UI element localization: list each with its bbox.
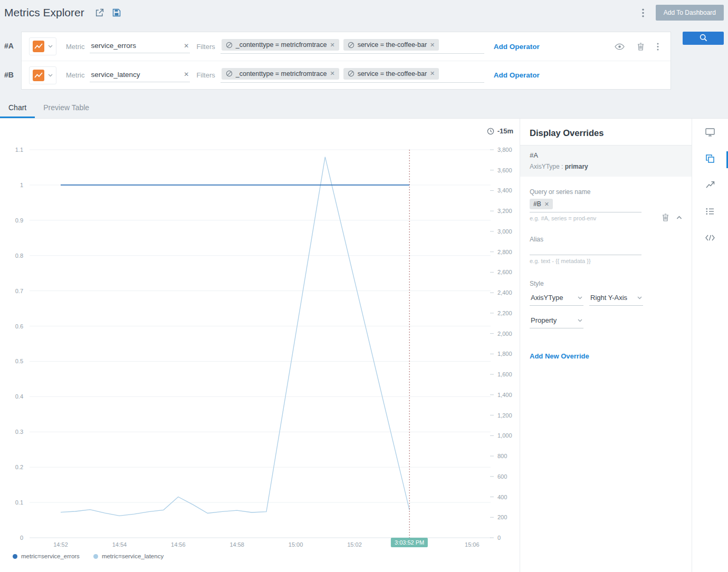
remove-filter-icon[interactable]: ✕ bbox=[330, 42, 334, 48]
override-query-field: Query or series name #B ✕ e.g. #A, serie… bbox=[530, 188, 682, 221]
right-axis-tick-label: 3,400 bbox=[497, 187, 512, 193]
add-to-dashboard-button[interactable]: Add To Dashboard bbox=[656, 5, 724, 21]
share-icon[interactable] bbox=[95, 8, 104, 17]
exclude-icon bbox=[226, 42, 233, 49]
query-menu-icon[interactable] bbox=[657, 43, 659, 51]
filters-label: Filters bbox=[196, 71, 215, 79]
add-operator-link[interactable]: Add Operator bbox=[494, 43, 540, 51]
filter-chip[interactable]: _contenttype = metricfromtrace ✕ bbox=[222, 39, 339, 51]
monitor-view-icon[interactable] bbox=[705, 128, 715, 137]
tab-chart[interactable]: Chart bbox=[0, 100, 35, 118]
query-chip[interactable]: #B ✕ bbox=[530, 199, 553, 209]
tab-preview-table[interactable]: Preview Table bbox=[35, 100, 98, 118]
cursor-time-tooltip: 3:03:52 PM bbox=[391, 538, 428, 547]
collapse-override-icon[interactable] bbox=[676, 216, 682, 219]
axis-y-type-value: AxisYType bbox=[531, 294, 563, 302]
metric-input[interactable]: service_errors ✕ bbox=[90, 40, 190, 53]
delete-override-icon[interactable] bbox=[662, 214, 669, 221]
kebab-menu-icon[interactable] bbox=[640, 8, 646, 17]
right-axis-tick-label: 1,800 bbox=[497, 351, 512, 357]
query-series-label: Query or series name bbox=[530, 188, 682, 196]
left-axis-tick-label: 0.4 bbox=[15, 393, 23, 400]
metric-type-dropdown[interactable] bbox=[29, 66, 56, 84]
right-axis-tick-label: 3,200 bbox=[497, 208, 512, 214]
query-row-a: Metric service_errors ✕ Filters _content… bbox=[22, 32, 670, 61]
chevron-down-icon bbox=[48, 45, 53, 48]
right-axis-tick-label: 2,000 bbox=[497, 331, 512, 337]
display-overrides-panel: Display Overrides #A AxisYType : primary… bbox=[520, 119, 692, 572]
filter-text: _contenttype = metricfromtrace bbox=[236, 41, 327, 49]
filter-text: _contenttype = metricfromtrace bbox=[236, 70, 327, 77]
chevron-down-icon bbox=[578, 319, 582, 322]
axis-y-type-dropdown[interactable]: AxisYType bbox=[530, 290, 583, 306]
style-dropdown-row: AxisYType Right Y-Axis bbox=[530, 290, 682, 306]
query-series-input[interactable]: #B ✕ bbox=[530, 196, 641, 212]
query-row-label-b: #B bbox=[4, 71, 14, 79]
hide-query-icon[interactable] bbox=[615, 43, 625, 50]
remove-query-chip-icon[interactable]: ✕ bbox=[544, 201, 549, 207]
chevron-down-icon bbox=[578, 296, 582, 299]
query-card: Metric service_errors ✕ Filters _content… bbox=[21, 32, 671, 90]
chart-trend-icon[interactable] bbox=[706, 180, 715, 189]
query-row-b: Metric service_latency ✕ Filters _conten… bbox=[22, 61, 670, 89]
override-applied-item[interactable]: #A AxisYType : primary bbox=[520, 146, 692, 177]
filters-input[interactable]: _contenttype = metricfromtrace ✕ service… bbox=[221, 39, 484, 54]
filter-chip[interactable]: service = the-coffee-bar ✕ bbox=[343, 39, 439, 51]
chart-area: -15m 00.10.20.30.40.50.60.70.80.911.1020… bbox=[0, 119, 520, 572]
overrides-title: Display Overrides bbox=[520, 119, 692, 146]
exclude-icon bbox=[348, 70, 355, 77]
metric-input[interactable]: service_latency ✕ bbox=[90, 69, 190, 82]
left-axis-tick-label: 0.1 bbox=[15, 499, 23, 506]
legend-dot bbox=[93, 554, 98, 559]
metrics-chart[interactable]: 00.10.20.30.40.50.60.70.80.911.102004006… bbox=[0, 119, 520, 561]
metrics-query-icon bbox=[33, 41, 44, 52]
remove-filter-icon[interactable]: ✕ bbox=[430, 42, 435, 48]
right-axis-tick-label: 1,400 bbox=[497, 392, 512, 398]
filters-input[interactable]: _contenttype = metricfromtrace ✕ service… bbox=[221, 68, 484, 83]
time-range-label: -15m bbox=[497, 127, 513, 135]
clock-icon bbox=[487, 128, 494, 135]
top-bar: Metrics Explorer Add To Dashboard bbox=[0, 0, 728, 25]
code-view-icon[interactable] bbox=[705, 233, 715, 242]
query-row-label-a: #A bbox=[4, 42, 14, 50]
override-actions bbox=[662, 214, 682, 221]
chevron-down-icon bbox=[48, 74, 53, 77]
legend-dot bbox=[13, 554, 17, 559]
metric-value: service_latency bbox=[91, 71, 140, 79]
search-button[interactable] bbox=[683, 32, 724, 45]
filter-chip[interactable]: service = the-coffee-bar ✕ bbox=[343, 68, 439, 80]
remove-filter-icon[interactable]: ✕ bbox=[430, 71, 435, 76]
clear-metric-icon[interactable]: ✕ bbox=[184, 71, 189, 77]
override-summary: AxisYType : primary bbox=[530, 163, 682, 170]
metric-type-dropdown[interactable] bbox=[29, 37, 56, 55]
search-icon bbox=[700, 34, 707, 43]
exclude-icon bbox=[348, 42, 355, 49]
add-new-override-link[interactable]: Add New Override bbox=[530, 352, 682, 360]
remove-filter-icon[interactable]: ✕ bbox=[330, 71, 334, 76]
clear-metric-icon[interactable]: ✕ bbox=[184, 43, 189, 49]
left-axis-tick-label: 0.7 bbox=[15, 288, 23, 294]
time-range-control[interactable]: -15m bbox=[487, 127, 513, 135]
left-axis-tick-label: 0.6 bbox=[15, 323, 23, 329]
delete-query-icon[interactable] bbox=[637, 43, 644, 51]
alias-label: Alias bbox=[530, 236, 682, 243]
right-axis-tick-label: 2,200 bbox=[497, 310, 512, 316]
save-icon[interactable] bbox=[112, 8, 121, 17]
property-dropdown[interactable]: Property bbox=[530, 313, 583, 328]
legend-item[interactable]: metric=service_errors bbox=[13, 553, 80, 559]
override-prop-label: AxisYType : bbox=[530, 163, 563, 170]
x-axis-tick-label: 14:52 bbox=[53, 541, 68, 548]
alias-input[interactable] bbox=[530, 243, 641, 255]
page-title: Metrics Explorer bbox=[4, 6, 84, 19]
add-operator-link[interactable]: Add Operator bbox=[494, 71, 540, 79]
list-view-icon[interactable] bbox=[706, 207, 714, 216]
filter-chip[interactable]: _contenttype = metricfromtrace ✕ bbox=[222, 68, 339, 80]
right-axis-tick-label: 600 bbox=[497, 473, 507, 480]
chevron-down-icon bbox=[637, 296, 642, 299]
axis-y-side-dropdown[interactable]: Right Y-Axis bbox=[589, 290, 643, 306]
legend-item[interactable]: metric=service_latency bbox=[93, 553, 164, 559]
tabs: Chart Preview Table bbox=[0, 100, 728, 118]
right-icon-strip bbox=[692, 119, 728, 572]
copy-overlay-icon[interactable] bbox=[706, 154, 714, 163]
left-axis-tick-label: 1.1 bbox=[15, 147, 23, 153]
